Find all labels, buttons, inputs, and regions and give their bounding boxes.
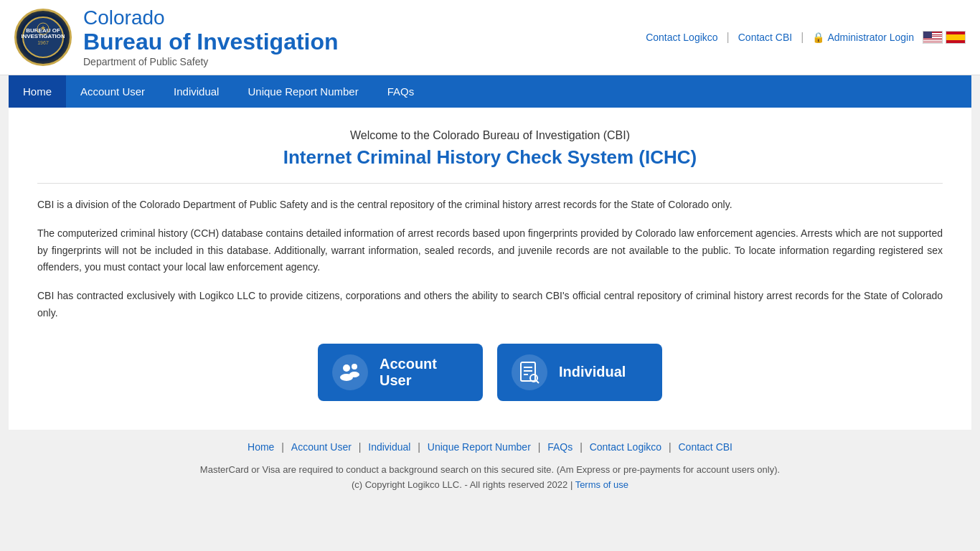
divider: | bbox=[727, 31, 730, 44]
footer-faqs[interactable]: FAQs bbox=[547, 441, 573, 453]
footer-unique-report[interactable]: Unique Report Number bbox=[428, 441, 531, 453]
account-user-label: Account User bbox=[380, 356, 468, 389]
language-flags bbox=[923, 31, 966, 44]
divider2: | bbox=[801, 31, 804, 44]
contact-cbi-link[interactable]: Contact CBI bbox=[738, 32, 792, 43]
contact-logikco-link[interactable]: Contact Logikco bbox=[646, 32, 717, 43]
sep5: | bbox=[580, 441, 583, 453]
svg-line-15 bbox=[537, 380, 540, 383]
main-nav: Home Account User Individual Unique Repo… bbox=[9, 75, 971, 108]
sep3: | bbox=[418, 441, 420, 453]
main-title: Internet Criminal History Check System (… bbox=[37, 146, 943, 169]
footer-home[interactable]: Home bbox=[248, 441, 274, 453]
flag-us[interactable] bbox=[923, 31, 943, 44]
footer-legal: MasterCard or Visa are required to condu… bbox=[0, 458, 980, 496]
individual-label: Individual bbox=[559, 364, 626, 380]
footer-contact-cbi[interactable]: Contact CBI bbox=[679, 441, 732, 453]
nav-faqs[interactable]: FAQs bbox=[373, 75, 429, 108]
cbi-logo: BUREAU OF INVESTIGATION 1967 ★ bbox=[14, 9, 72, 66]
copyright-text: (c) Copyright Logikco LLC. - All rights … bbox=[352, 479, 567, 490]
welcome-text: Welcome to the Colorado Bureau of Invest… bbox=[37, 129, 943, 142]
nav-unique-report[interactable]: Unique Report Number bbox=[233, 75, 372, 108]
nav-account-user[interactable]: Account User bbox=[66, 75, 159, 108]
individual-icon bbox=[512, 354, 547, 390]
svg-text:★: ★ bbox=[40, 24, 46, 32]
content-divider bbox=[37, 183, 943, 184]
header-right: Contact Logikco | Contact CBI | 🔒 Admini… bbox=[646, 31, 966, 44]
sep6: | bbox=[669, 441, 672, 453]
footer-nav: Home | Account User | Individual | Uniqu… bbox=[0, 430, 980, 458]
svg-text:1967: 1967 bbox=[37, 40, 49, 45]
org-line1: Colorado bbox=[83, 7, 339, 29]
content-para1: CBI is a division of the Colorado Depart… bbox=[37, 197, 943, 214]
admin-login-link[interactable]: 🔒 Administrator Login bbox=[812, 32, 914, 43]
main-content: Welcome to the Colorado Bureau of Invest… bbox=[9, 108, 971, 430]
account-user-button[interactable]: Account User bbox=[318, 344, 483, 401]
flag-es[interactable] bbox=[946, 31, 966, 44]
sep4: | bbox=[538, 441, 541, 453]
header-title: Colorado Bureau of Investigation Departm… bbox=[83, 7, 339, 67]
footer-contact-logikco[interactable]: Contact Logikco bbox=[590, 441, 661, 453]
nav-individual[interactable]: Individual bbox=[159, 75, 233, 108]
footer-legal1: MasterCard or Visa are required to condu… bbox=[14, 463, 966, 478]
cta-buttons: Account User Individual bbox=[37, 344, 943, 401]
content-para2: The computerized criminal history (CCH) … bbox=[37, 225, 943, 276]
org-line2: Bureau of Investigation bbox=[83, 29, 339, 55]
lock-icon: 🔒 bbox=[812, 32, 824, 43]
footer-individual[interactable]: Individual bbox=[368, 441, 410, 453]
header-left: BUREAU OF INVESTIGATION 1967 ★ Colorado … bbox=[14, 7, 339, 67]
footer-legal2: (c) Copyright Logikco LLC. - All rights … bbox=[14, 478, 966, 493]
terms-of-use-link[interactable]: Terms of use bbox=[575, 479, 628, 490]
content-para3: CBI has contracted exclusively with Logi… bbox=[37, 288, 943, 322]
sep1: | bbox=[281, 441, 284, 453]
admin-login-label: Administrator Login bbox=[827, 32, 914, 43]
org-line3: Department of Public Safety bbox=[83, 56, 339, 67]
sep2: | bbox=[359, 441, 362, 453]
svg-point-8 bbox=[352, 364, 357, 369]
footer-account-user[interactable]: Account User bbox=[291, 441, 352, 453]
sep-pipe: | bbox=[570, 479, 575, 490]
nav-home[interactable]: Home bbox=[9, 75, 66, 108]
individual-button[interactable]: Individual bbox=[497, 344, 662, 401]
svg-point-6 bbox=[343, 364, 350, 372]
header: BUREAU OF INVESTIGATION 1967 ★ Colorado … bbox=[0, 0, 980, 75]
svg-point-9 bbox=[349, 372, 359, 377]
account-user-icon bbox=[332, 354, 368, 390]
